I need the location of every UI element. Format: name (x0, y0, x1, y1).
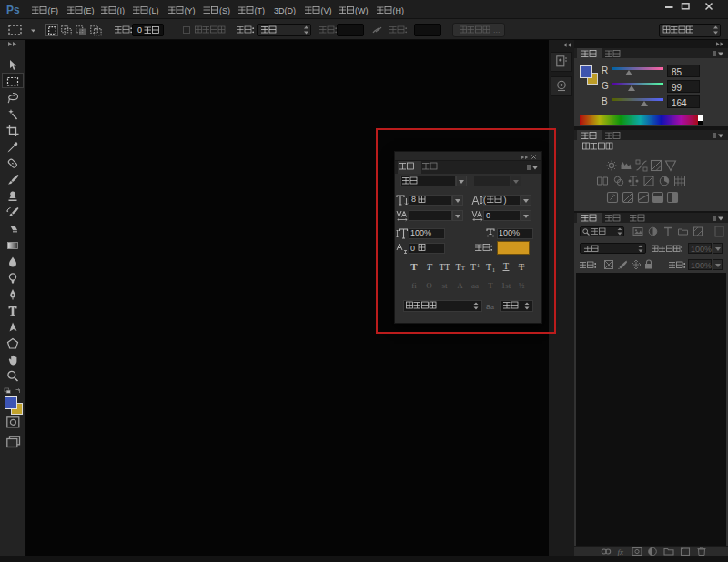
svg-text:0: 0 (486, 211, 490, 220)
svg-text:(: ( (483, 196, 486, 205)
svg-text:(I): (I) (117, 6, 126, 15)
svg-text:): ) (504, 196, 507, 205)
svg-text:8: 8 (411, 195, 416, 204)
svg-text:(V): (V) (321, 6, 332, 15)
svg-text:(H): (H) (393, 6, 405, 15)
svg-text:3D(D): 3D(D) (274, 6, 296, 15)
svg-text:(S): (S) (219, 6, 230, 15)
svg-text:(E): (E) (84, 6, 95, 15)
svg-text:(W): (W) (355, 6, 369, 15)
svg-text:100%: 100% (410, 228, 431, 237)
svg-text:(T): (T) (255, 6, 266, 15)
svg-text:(Y): (Y) (185, 6, 196, 15)
svg-text:100%: 100% (499, 228, 520, 237)
svg-text:0: 0 (410, 244, 415, 253)
svg-text:(F): (F) (48, 6, 59, 15)
svg-text:(L): (L) (149, 6, 159, 15)
svg-text:...: ... (493, 25, 500, 35)
